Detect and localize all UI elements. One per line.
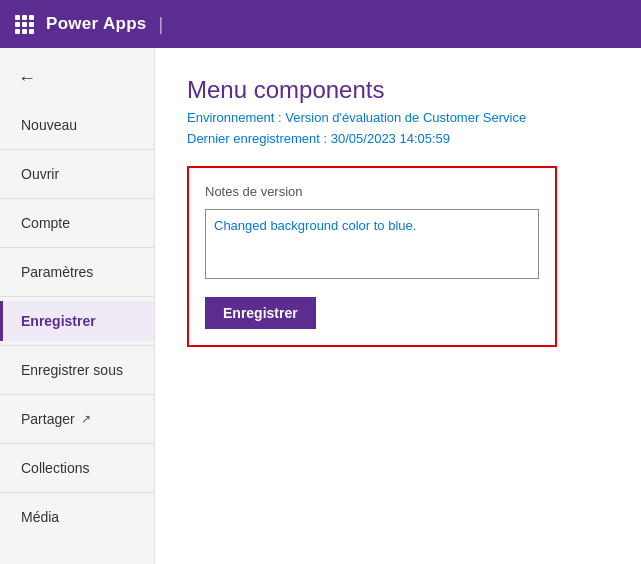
sidebar-label-enregistrer-sous: Enregistrer sous [21, 362, 123, 378]
divider-2 [0, 198, 154, 199]
sidebar: ← Nouveau Ouvrir Compte Paramètres Enreg… [0, 48, 155, 564]
environment-label: Environnement : Version d'évaluation de … [187, 110, 609, 125]
sidebar-item-enregistrer[interactable]: Enregistrer [0, 301, 154, 341]
last-saved-label: Dernier enregistrement : 30/05/2023 14:0… [187, 131, 609, 146]
sidebar-label-ouvrir: Ouvrir [21, 166, 59, 182]
grid-icon[interactable] [12, 12, 36, 36]
sidebar-label-nouveau: Nouveau [21, 117, 77, 133]
notes-textarea[interactable]: Changed background color to blue. [205, 209, 539, 279]
divider-6 [0, 394, 154, 395]
content-area: Menu components Environnement : Version … [155, 48, 641, 564]
notes-box: Notes de version Changed background colo… [187, 166, 557, 347]
divider-4 [0, 296, 154, 297]
sidebar-item-ouvrir[interactable]: Ouvrir [0, 154, 154, 194]
sidebar-label-compte: Compte [21, 215, 70, 231]
save-button[interactable]: Enregistrer [205, 297, 316, 329]
main-layout: ← Nouveau Ouvrir Compte Paramètres Enreg… [0, 48, 641, 564]
sidebar-item-partager[interactable]: Partager ↗ [0, 399, 154, 439]
divider-3 [0, 247, 154, 248]
divider-1 [0, 149, 154, 150]
sidebar-label-collections: Collections [21, 460, 89, 476]
notes-section-label: Notes de version [205, 184, 539, 199]
sidebar-item-enregistrer-sous[interactable]: Enregistrer sous [0, 350, 154, 390]
divider-5 [0, 345, 154, 346]
sidebar-label-parametres: Paramètres [21, 264, 93, 280]
sidebar-label-partager: Partager [21, 411, 75, 427]
app-title: Power Apps [46, 14, 147, 34]
sidebar-item-media[interactable]: Média [0, 497, 154, 537]
topbar-divider: | [159, 14, 164, 35]
external-link-icon: ↗ [81, 412, 91, 426]
back-button[interactable]: ← [0, 58, 154, 105]
sidebar-label-enregistrer: Enregistrer [21, 313, 96, 329]
divider-8 [0, 492, 154, 493]
page-title: Menu components [187, 76, 609, 104]
divider-7 [0, 443, 154, 444]
topbar: Power Apps | [0, 0, 641, 48]
sidebar-item-collections[interactable]: Collections [0, 448, 154, 488]
sidebar-item-nouveau[interactable]: Nouveau [0, 105, 154, 145]
sidebar-label-media: Média [21, 509, 59, 525]
sidebar-item-parametres[interactable]: Paramètres [0, 252, 154, 292]
sidebar-item-compte[interactable]: Compte [0, 203, 154, 243]
